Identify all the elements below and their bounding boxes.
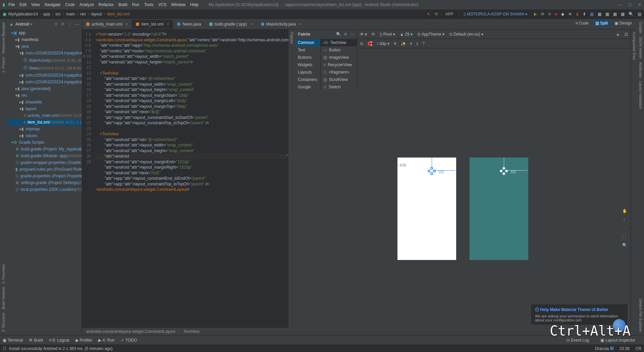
close-icon[interactable]: ✕ — [638, 2, 641, 7]
minimize-icon[interactable]: — — [618, 2, 622, 7]
crumb-project[interactable]: MyApplication14 — [8, 12, 38, 16]
tab-attributes[interactable]: Attributes — [639, 62, 643, 78]
orientation-icon[interactable]: ⟳ — [372, 32, 375, 37]
settings-icon[interactable]: ▥ — [638, 12, 641, 16]
theme-menu[interactable]: ⊙ AppTheme ▾ — [417, 32, 444, 37]
attach-icon[interactable]: ⛯ — [568, 12, 572, 16]
view-split[interactable]: ▥ Split — [593, 20, 610, 26]
bc-textview[interactable]: TextView — [183, 329, 200, 334]
hide-icon[interactable]: — — [75, 22, 79, 27]
tool-icon-3[interactable]: ▦ — [613, 12, 617, 16]
scope-icon[interactable]: ⊙ — [54, 22, 58, 27]
back-icon[interactable]: ↖ — [427, 12, 430, 16]
run-icon[interactable]: ▶ — [534, 12, 537, 16]
warning-icon[interactable]: ▲ — [616, 32, 620, 37]
tool-icon-2[interactable]: ▦ — [605, 12, 609, 16]
stop-icon[interactable]: ■ — [555, 12, 557, 16]
crumb-layout[interactable]: layout — [91, 12, 102, 16]
palette-cat-buttons[interactable]: Buttons — [295, 54, 320, 61]
menu-help[interactable]: Help — [190, 2, 199, 7]
apply-icon[interactable]: ≡ — [548, 12, 551, 16]
color-theme[interactable]: Dracula — [595, 346, 613, 351]
avd-icon[interactable]: ▮ — [576, 12, 579, 16]
tool-icon-1[interactable]: ▦ — [598, 12, 601, 16]
tab-item-list[interactable]: item_list.xml× — [132, 20, 173, 29]
magnet-icon[interactable]: 🧲 — [367, 41, 372, 46]
tab-layout-validation[interactable]: Layout Validation — [639, 81, 643, 109]
tab-build-variants[interactable]: Build Variants — [1, 287, 5, 309]
palette-cat-text[interactable]: Text — [295, 46, 320, 54]
palette-cat-containers[interactable]: Containers — [295, 76, 320, 83]
menu-edit[interactable]: Edit — [19, 2, 26, 7]
profile-icon[interactable]: ◆ — [561, 12, 564, 16]
tool-logcat[interactable]: ≡ 6: Logcat — [49, 338, 69, 343]
guideline-icon[interactable]: ≡ — [410, 41, 412, 46]
menu-run[interactable]: Run — [132, 2, 140, 7]
wand-icon[interactable]: ✨ — [401, 41, 406, 46]
maximize-icon[interactable]: ☐ — [628, 2, 632, 7]
tab-json-viewer[interactable]: JSON Viewer — [639, 37, 643, 59]
device-selector[interactable]: ▯ MOTOROLA AOSP ON SHAMA ▾ — [461, 11, 530, 17]
menu-build[interactable]: Build — [118, 2, 127, 7]
tab-resource-manager[interactable]: Resource Manager — [1, 22, 5, 54]
palette-settings-icon[interactable]: ⚙ — [344, 32, 347, 37]
palette-strip-label[interactable]: Palette — [290, 32, 294, 44]
menu-file[interactable]: File — [8, 2, 15, 7]
tool-build[interactable]: ⚒ Build — [29, 338, 43, 343]
crumb-file[interactable]: item_list.xml — [107, 12, 129, 16]
menu-vcs[interactable]: VCS — [158, 2, 167, 7]
api-menu[interactable]: ▲ 29 ▾ — [400, 32, 413, 37]
menu-refactor[interactable]: Refactor — [99, 2, 114, 7]
crumb-res[interactable]: res — [80, 12, 86, 16]
palette-item-button[interactable]: ▭Button — [321, 46, 357, 54]
select-icon[interactable]: ⊙ — [360, 41, 363, 46]
sdk-icon[interactable]: ⬇ — [583, 12, 586, 16]
bc-root[interactable]: androidx.constraintlayout.widget.Constra… — [86, 329, 175, 334]
code-editor[interactable]: 1 2 3 4 5 6 7 8 9 10 11 12 13 14 15 16 1… — [82, 30, 288, 328]
hammer-icon[interactable]: ⚒ — [434, 12, 438, 16]
component-tree-label[interactable]: Component Tree — [632, 32, 636, 60]
clear-icon[interactable]: ✕ — [393, 41, 397, 46]
menu-tools[interactable]: Tools — [144, 2, 154, 7]
tool-terminal[interactable]: ▣ Terminal — [3, 338, 23, 343]
locale-menu[interactable]: ⊙ Default (en-us) ▾ — [449, 32, 483, 37]
menu-navigate[interactable]: Navigate — [45, 2, 60, 7]
crumb-src[interactable]: src — [55, 12, 61, 16]
expand-icon[interactable]: ⊤ — [422, 41, 425, 46]
crumb-app[interactable]: app — [43, 12, 50, 16]
tab-project[interactable]: 1: Project — [1, 57, 5, 73]
tab-gradle[interactable]: Gradle — [639, 22, 643, 33]
debug-icon[interactable]: ⟳ — [541, 12, 544, 16]
device-menu[interactable]: ▯ Pixel ▾ — [380, 32, 395, 37]
menu-analyze[interactable]: Analyze — [79, 2, 94, 7]
palette-item-scrollview[interactable]: ▤ScrollView — [321, 76, 357, 83]
sync-icon[interactable]: ⟳ — [61, 22, 64, 27]
menu-code[interactable]: Code — [65, 2, 75, 7]
palette-cat-widgets[interactable]: Widgets — [295, 61, 320, 69]
palette-item-fragment[interactable]: ⟨⟩<fragment> — [321, 69, 357, 76]
fit-icon[interactable]: ⛶ — [622, 235, 627, 239]
pan-icon[interactable]: ✋ — [622, 209, 627, 213]
tab-build-gradle[interactable]: build.gradle (:app)× — [205, 20, 257, 29]
tool-icon-4[interactable]: ▦ — [621, 12, 625, 16]
project-tree[interactable]: ▾▣app ▸▮manifests ▾▮java ▾▮com.c20180102… — [7, 30, 82, 193]
notification-popup[interactable]: ⓘ Help Make Material Theme UI Better We … — [531, 304, 628, 325]
palette-search-icon[interactable]: 🔍 — [336, 32, 341, 37]
menu-view[interactable]: View — [31, 2, 40, 7]
view-design[interactable]: ▣ Design — [612, 20, 634, 26]
palette-item-textview[interactable]: AbTextView — [321, 39, 357, 46]
project-view-selector[interactable]: Android — [15, 22, 29, 27]
palette-item-imageview[interactable]: ▧ImageView — [321, 54, 357, 61]
view-code[interactable]: ≡ Code — [574, 20, 591, 26]
align-icon[interactable]: ⫴ — [416, 41, 418, 46]
tool-todo[interactable]: ✓ TODO — [121, 338, 137, 343]
tab-main-activity[interactable]: MainActivity.java× — [257, 20, 306, 29]
search-icon[interactable]: 🔍 — [629, 12, 634, 16]
margin-field[interactable]: ↕ 0dp ▾ — [376, 41, 389, 46]
menu-window[interactable]: Window — [171, 2, 185, 7]
zoom-out-icon[interactable]: － — [622, 226, 627, 231]
blueprint-surface[interactable]: 152 — [470, 158, 528, 260]
tab-device-explorer[interactable]: Device File Explorer — [639, 299, 643, 332]
palette-cat-common[interactable]: Common — [295, 39, 320, 46]
tool-profiler[interactable]: ◆ Profiler — [75, 338, 92, 343]
